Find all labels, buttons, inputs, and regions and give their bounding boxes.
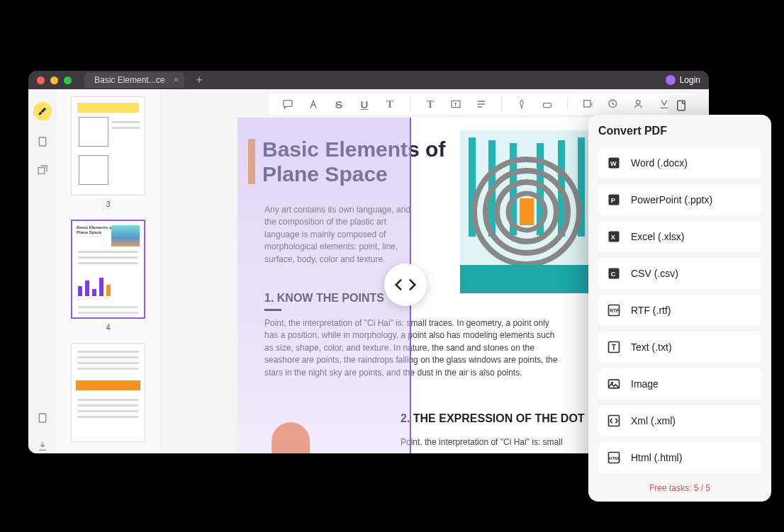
powerpoint-icon: P [607,193,621,207]
svg-rect-1 [39,414,45,422]
pen-tool-icon[interactable] [516,98,527,110]
svg-text:C: C [611,271,616,278]
close-window-icon[interactable] [37,77,45,84]
highlighter-tool-icon[interactable] [33,102,52,120]
font-tool-icon[interactable]: T [425,98,436,110]
html-icon: HTML [607,451,621,465]
convert-option-label: Text (.txt) [631,341,672,353]
eraser-tool-icon[interactable] [542,98,553,110]
svg-text:HTML: HTML [609,456,621,460]
svg-text:X: X [611,234,616,241]
page-thumbnail-4[interactable]: Basic Elements of Plane Space [71,220,145,319]
convert-option-label: RTF (.rtf) [631,305,671,316]
page-thumbnail-5[interactable] [71,343,145,442]
convert-option-label: CSV (.csv) [631,268,678,279]
convert-option-word[interactable]: W Word (.docx) [598,147,761,179]
svg-rect-14 [460,265,593,293]
left-rail [28,89,57,453]
convert-trigger-button[interactable] [668,95,695,116]
login-label: Login [680,75,700,85]
shapes-tool-icon[interactable] [582,98,593,110]
convert-option-label: Html (.html) [631,452,682,463]
convert-option-csv[interactable]: C CSV (.csv) [598,258,761,289]
convert-option-text[interactable]: T Text (.txt) [598,332,761,363]
minimize-window-icon[interactable] [50,77,58,84]
signature-tool-icon[interactable] [633,98,644,110]
svg-rect-19 [584,101,590,107]
strikethrough-tool-icon[interactable]: S [333,98,345,110]
title-bar: Basic Element...ce × + Login [28,71,709,89]
svg-text:RTF: RTF [610,308,619,313]
decorative-shape [271,422,310,453]
svg-rect-18 [544,103,551,108]
new-tab-button[interactable]: + [196,74,202,86]
thumbnail-panel: 3 Basic Elements of Plane Space 4 [57,89,159,453]
thumbnail-label-3: 3 [71,200,145,208]
convert-option-xml[interactable]: Xml (.xml) [598,405,761,436]
svg-text:W: W [610,160,617,167]
layers-tool-icon[interactable] [35,163,50,177]
text-tool-icon[interactable]: T [384,98,396,110]
document-page: Basic Elements of Plane Space [237,118,620,453]
convert-option-rtf[interactable]: RTF RTF (.rtf) [598,295,761,326]
thumbnail-label-4: 4 [71,323,145,332]
svg-text:P: P [611,197,615,204]
convert-option-label: Excel (.xlsx) [631,231,684,242]
compare-slider-handle[interactable] [384,264,427,306]
accent-bar [248,139,255,184]
avatar-icon [666,75,676,85]
word-icon: W [607,156,621,170]
stamp-tool-icon[interactable] [607,98,619,110]
heading-underline [264,309,281,311]
document-title: Basic Elements of Plane Space [262,137,447,186]
image-icon [607,377,621,391]
page-tool-icon[interactable] [35,135,50,149]
paragraph-intro: Any art contains its own language, and t… [264,204,417,266]
excel-icon: X [607,230,621,244]
free-tasks-note: Free tasks: 5 / 5 [598,479,761,494]
svg-rect-13 [520,198,534,225]
hero-image [460,130,593,293]
convert-option-label: Word (.docx) [631,157,688,169]
convert-option-excel[interactable]: X Excel (.xlsx) [598,221,761,252]
paragraph-points: Point, the interpretation of "Ci Hai" is… [264,317,562,379]
xml-icon [607,414,621,428]
section-heading-1: 1. KNOW THE POINTS [264,292,384,305]
comment-tool-icon[interactable] [282,98,293,110]
convert-panel: Convert PDF W Word (.docx) P PowerPoint … [588,115,771,502]
align-tool-icon[interactable] [476,98,487,110]
highlight-tool-icon[interactable] [308,98,319,110]
convert-title: Convert PDF [598,125,761,137]
text-icon: T [607,340,621,354]
svg-rect-22 [678,101,685,111]
section-heading-2: 2. THE EXPRESSION OF THE DOT [401,412,585,425]
tab-title: Basic Element...ce [94,75,164,85]
convert-option-label: Xml (.xml) [631,415,676,426]
convert-option-label: Image [631,378,659,390]
svg-text:T: T [454,101,457,108]
rtf-icon: RTF [607,303,621,317]
document-tab[interactable]: Basic Element...ce × [84,72,184,88]
pin-tool-icon[interactable] [35,439,50,453]
fullscreen-window-icon[interactable] [64,77,72,84]
convert-option-powerpoint[interactable]: P PowerPoint (.pptx) [598,184,761,215]
convert-option-image[interactable]: Image [598,368,761,400]
svg-text:T: T [612,344,616,351]
convert-option-html[interactable]: HTML Html (.html) [598,442,761,473]
annotation-toolbar: S U T T T [269,94,695,115]
svg-point-21 [637,101,640,104]
close-tab-icon[interactable]: × [174,74,179,85]
svg-rect-15 [284,101,292,107]
csv-icon: C [607,266,621,281]
svg-rect-0 [39,137,45,146]
convert-option-label: PowerPoint (.pptx) [631,194,712,205]
page-thumbnail-3[interactable] [71,96,145,196]
bookmark-tool-icon[interactable] [35,411,50,425]
paragraph-dot: Point, the interpretation of "Ci Hai" is… [401,436,564,448]
login-button[interactable]: Login [666,75,700,85]
window-controls [37,77,72,84]
underline-tool-icon[interactable]: U [359,98,370,110]
textbox-tool-icon[interactable]: T [450,98,461,110]
